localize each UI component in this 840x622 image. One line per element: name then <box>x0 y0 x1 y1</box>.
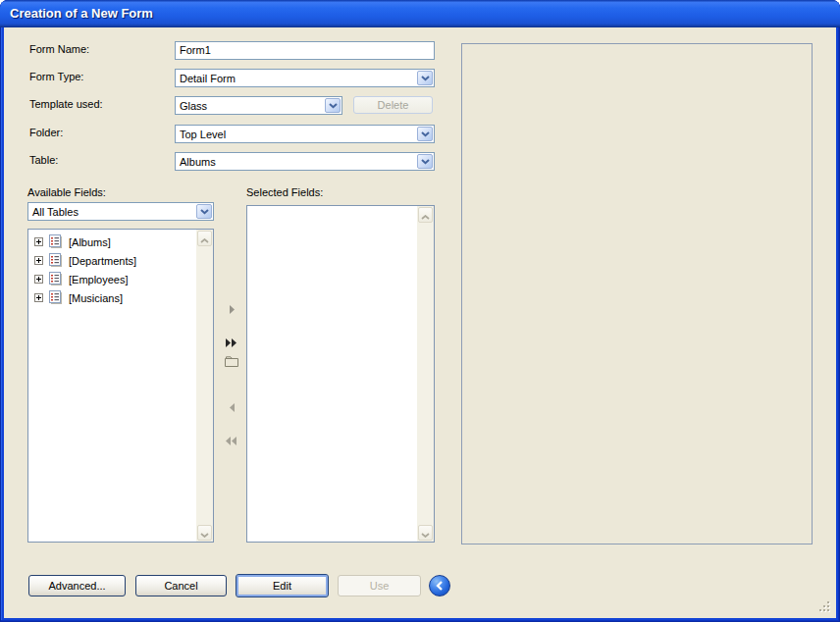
move-all-right-button[interactable] <box>220 334 243 351</box>
template-select[interactable]: Glass <box>175 96 342 115</box>
folder-label: Folder: <box>29 127 63 138</box>
advanced-button[interactable]: Advanced... <box>28 575 126 596</box>
available-fields-label: Available Fields: <box>27 186 106 198</box>
form-name-input[interactable]: Form1 <box>175 41 435 60</box>
tree-item-employees[interactable]: [Employees] <box>28 270 196 288</box>
window-title: Creation of a New Form <box>10 0 153 27</box>
tree-expander-icon[interactable] <box>34 255 43 267</box>
scroll-down-button[interactable] <box>197 525 212 541</box>
tree: [Albums] [Departments] [Employees] [Musi… <box>28 233 213 307</box>
form-preview-panel <box>461 43 813 544</box>
chevron-left-icon <box>436 577 444 595</box>
chevron-down-icon <box>196 204 212 219</box>
selected-scrollbar[interactable] <box>417 206 434 542</box>
scroll-down-button[interactable] <box>418 525 433 541</box>
template-used-label: Template used: <box>29 98 103 110</box>
tree-expander-icon[interactable] <box>34 236 43 248</box>
available-scrollbar[interactable] <box>196 230 213 542</box>
folder-select[interactable]: Top Level <box>175 125 435 143</box>
move-all-left-button[interactable] <box>220 432 243 449</box>
available-fields-list[interactable]: [Albums] [Departments] [Employees] [Musi… <box>27 229 214 543</box>
tree-item-label: [Employees] <box>69 274 129 285</box>
dialog-window: Creation of a New Form Form Name: Form T… <box>0 0 840 622</box>
move-left-button[interactable] <box>220 398 243 416</box>
table-label: Table: <box>29 154 58 166</box>
template-value: Glass <box>176 100 324 112</box>
dialog-content: Form Name: Form Type: Template used: Fol… <box>4 27 836 618</box>
table-icon <box>49 234 63 250</box>
form-type-select[interactable]: Detail Form <box>175 69 435 87</box>
selected-fields-list[interactable] <box>246 205 435 543</box>
tree-expander-icon[interactable] <box>34 292 43 304</box>
arrow-left-icon <box>229 400 236 415</box>
scroll-up-button[interactable] <box>197 231 212 246</box>
table-icon <box>49 253 63 269</box>
table-icon <box>49 290 63 306</box>
folder-icon <box>224 355 239 371</box>
use-button[interactable]: Use <box>338 575 421 596</box>
resize-grip[interactable] <box>819 601 831 613</box>
chevron-down-icon <box>325 98 341 113</box>
tree-item-label: [Departments] <box>69 255 136 267</box>
tree-item-departments[interactable]: [Departments] <box>28 251 196 270</box>
chevron-up-icon <box>421 206 430 224</box>
tree-item-label: [Musicians] <box>69 292 123 304</box>
move-right-button[interactable] <box>220 300 243 318</box>
chevron-down-icon <box>421 524 430 542</box>
delete-template-button[interactable]: Delete <box>353 96 433 114</box>
chevron-down-icon <box>200 524 209 542</box>
chevron-down-icon <box>417 71 433 85</box>
cancel-button[interactable]: Cancel <box>135 575 227 596</box>
form-type-value: Detail Form <box>176 73 416 84</box>
form-name-label: Form Name: <box>29 43 89 55</box>
tree-item-label: [Albums] <box>69 236 111 248</box>
titlebar[interactable]: Creation of a New Form <box>0 0 840 27</box>
new-folder-button[interactable] <box>220 354 243 372</box>
tree-item-musicians[interactable]: [Musicians] <box>28 288 196 307</box>
arrow-right-icon <box>229 302 236 317</box>
chevron-down-icon <box>417 154 433 169</box>
double-arrow-right-icon <box>226 336 237 350</box>
form-type-label: Form Type: <box>29 71 83 82</box>
table-value: Albums <box>176 156 416 168</box>
chevron-up-icon <box>200 230 209 247</box>
selected-fields-label: Selected Fields: <box>246 186 323 198</box>
back-button[interactable] <box>429 575 450 596</box>
edit-button[interactable]: Edit <box>236 574 329 597</box>
scroll-up-button[interactable] <box>418 207 433 223</box>
double-arrow-left-icon <box>226 434 237 448</box>
available-filter-select[interactable]: All Tables <box>27 202 214 221</box>
available-filter-value: All Tables <box>28 206 195 218</box>
table-select[interactable]: Albums <box>175 152 435 171</box>
chevron-down-icon <box>417 127 433 141</box>
tree-item-albums[interactable]: [Albums] <box>28 233 196 251</box>
table-icon <box>49 272 63 287</box>
tree-expander-icon[interactable] <box>34 274 43 285</box>
folder-value: Top Level <box>176 129 416 140</box>
